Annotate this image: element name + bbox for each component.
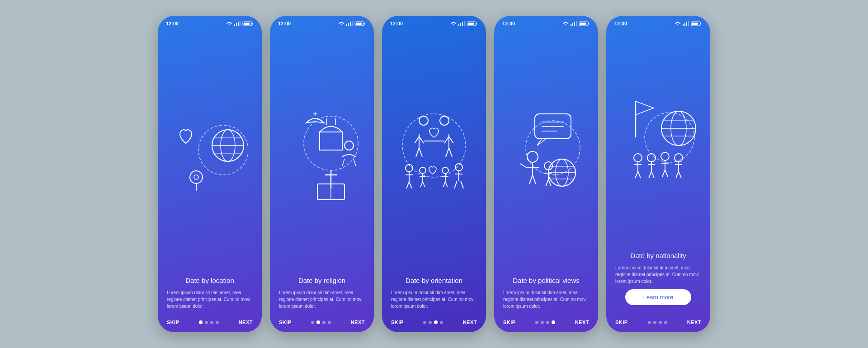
dot-3 [664, 321, 667, 324]
svg-rect-74 [688, 21, 689, 26]
next-button[interactable]: NEXT [575, 320, 589, 325]
svg-rect-20 [352, 21, 353, 26]
phone-wrapper-4: 12:00 [494, 16, 598, 332]
svg-rect-26 [320, 132, 342, 150]
phone-wrapper-5: 12:00 [606, 16, 710, 332]
screen-body: Lorem ipsum dolor sit dim amet, mea regi… [615, 264, 701, 285]
svg-rect-41 [468, 23, 474, 25]
illustration-nationality [606, 28, 710, 251]
dot-3 [552, 320, 555, 324]
skip-button[interactable]: SKIP [503, 320, 516, 325]
next-button[interactable]: NEXT [351, 320, 365, 325]
svg-rect-6 [252, 23, 253, 25]
skip-button[interactable]: SKIP [279, 320, 292, 325]
svg-point-48 [442, 167, 448, 174]
illustration-orientation [382, 28, 486, 276]
svg-rect-51 [571, 24, 571, 26]
status-bar: 12:00 [494, 16, 598, 28]
svg-rect-4 [240, 21, 241, 26]
status-time: 12:00 [614, 21, 627, 26]
svg-rect-22 [364, 23, 365, 25]
screen-title: Date by nationality [615, 251, 701, 260]
svg-rect-37 [462, 22, 463, 26]
svg-rect-71 [683, 24, 684, 26]
dot-3 [328, 321, 331, 324]
status-bar: 12:00 [270, 16, 374, 28]
text-content: Date by religionLorem ipsum dolor sit di… [270, 276, 374, 315]
status-bar: 12:00 [158, 16, 262, 28]
screen-body: Lorem ipsum dolor sit dim amet, mea regi… [391, 289, 477, 310]
svg-rect-23 [356, 23, 362, 25]
svg-rect-76 [700, 23, 701, 25]
text-content: Date by political viewsLorem ipsum dolor… [494, 276, 598, 315]
pagination-dots [648, 321, 667, 324]
phone-screen-4: 12:00 [494, 16, 598, 332]
svg-point-29 [344, 141, 354, 150]
status-bar: 12:00 [606, 16, 710, 28]
svg-rect-36 [460, 23, 461, 26]
status-bar: 12:00 [382, 16, 486, 28]
dot-0 [423, 321, 426, 324]
dot-1 [205, 321, 208, 324]
illustration-location [158, 28, 262, 276]
phone-screen-2: 12:00 [270, 16, 374, 332]
learn-more-button[interactable]: Learn more [625, 289, 691, 305]
svg-point-87 [661, 152, 669, 160]
dot-0 [199, 320, 203, 324]
dot-0 [311, 321, 314, 324]
status-icons [339, 20, 366, 27]
dot-3 [216, 321, 219, 324]
svg-point-14 [190, 171, 203, 183]
next-button[interactable]: NEXT [239, 320, 253, 325]
dot-2 [434, 320, 438, 324]
skip-button[interactable]: SKIP [167, 320, 179, 325]
screen-title: Date by political views [503, 276, 589, 285]
svg-rect-1 [234, 24, 235, 26]
dot-1 [429, 321, 432, 324]
screens-container: 12:00 Date by [158, 16, 710, 332]
phone-wrapper-1: 12:00 Date by [158, 16, 262, 332]
nav-bar: SKIPNEXT [158, 314, 262, 332]
phone-wrapper-2: 12:00 [270, 16, 374, 332]
svg-rect-35 [458, 24, 459, 26]
svg-point-69 [544, 162, 552, 170]
dot-0 [648, 321, 651, 324]
nav-bar: SKIPNEXT [606, 314, 710, 332]
pagination-dots [199, 320, 219, 324]
svg-point-50 [565, 24, 566, 25]
svg-rect-53 [574, 22, 575, 26]
screen-title: Date by location [167, 276, 253, 285]
text-content: Date by nationalityLorem ipsum dolor sit… [606, 251, 710, 315]
nav-bar: SKIPNEXT [494, 314, 598, 332]
svg-rect-40 [476, 23, 477, 25]
svg-rect-7 [244, 23, 250, 25]
phone-screen-1: 12:00 Date by [158, 16, 262, 332]
svg-rect-3 [238, 22, 239, 26]
skip-button[interactable]: SKIP [615, 320, 628, 325]
status-icons [675, 20, 702, 27]
dot-1 [316, 320, 320, 324]
svg-point-63 [527, 151, 538, 162]
dot-2 [546, 321, 549, 324]
skip-button[interactable]: SKIP [391, 320, 404, 325]
status-time: 12:00 [502, 21, 515, 26]
phone-wrapper-3: 12:00 [382, 16, 486, 332]
screen-body: Lorem ipsum dolor sit dim amet, mea regi… [503, 289, 589, 310]
dot-1 [541, 321, 544, 324]
illustration-political [494, 28, 598, 276]
phone-screen-3: 12:00 [382, 16, 486, 332]
svg-point-47 [420, 167, 426, 174]
status-time: 12:00 [278, 21, 291, 26]
dot-2 [322, 321, 326, 324]
svg-rect-52 [572, 23, 573, 26]
status-icons [563, 20, 590, 27]
svg-point-15 [194, 175, 198, 179]
next-button[interactable]: NEXT [463, 320, 477, 325]
text-content: Date by orientationLorem ipsum dolor sit… [382, 276, 486, 315]
status-time: 12:00 [166, 21, 179, 26]
next-button[interactable]: NEXT [687, 320, 701, 325]
screen-body: Lorem ipsum dolor sit dim amet, mea regi… [167, 289, 253, 310]
svg-rect-57 [580, 23, 586, 25]
pagination-dots [535, 320, 555, 324]
screen-title: Date by orientation [391, 276, 477, 285]
